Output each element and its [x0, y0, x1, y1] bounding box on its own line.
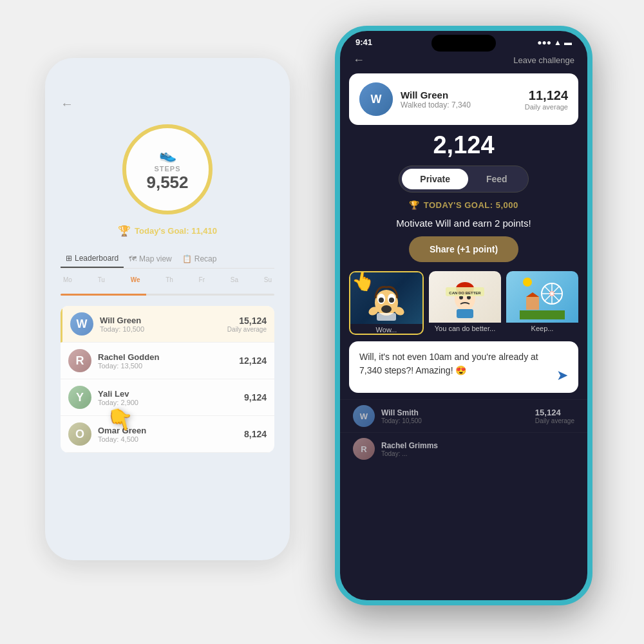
profile-card: W Will Green Walked today: 7,340 11,124 …: [349, 73, 578, 125]
lb-steps: 8,124: [244, 429, 267, 439]
lb-steps: 15,124: [227, 316, 267, 326]
trophy-icon-fg: 🏆: [409, 200, 420, 210]
goal-text-fg: TODAY'S GOAL: 5,000: [424, 200, 518, 210]
toggle-container: Private Feed: [340, 166, 587, 193]
leaderboard-icon: ⊞: [66, 254, 72, 263]
leave-challenge-button[interactable]: Leave challenge: [513, 55, 574, 65]
lb-steps: 15,124: [535, 408, 574, 417]
private-feed-toggle: Private Feed: [399, 166, 528, 193]
svg-point-3: [379, 298, 384, 303]
feed-toggle-button[interactable]: Feed: [468, 169, 526, 189]
private-toggle-button[interactable]: Private: [402, 169, 468, 189]
lb-today: Today: ...: [381, 450, 568, 457]
avatar: R: [353, 438, 375, 460]
week-selector: Mo Tu We Th Fr Sa Su: [61, 276, 274, 283]
wifi-icon: ▲: [554, 38, 562, 47]
main-scene: ← 👟 STEPS 9,552 🏆 Today's Goal: 11,410 ⊞…: [32, 26, 612, 618]
table-row[interactable]: O Omar Green Today: 4,500 8,124: [61, 416, 274, 453]
goal-text: Today's Goal: 11,410: [135, 226, 217, 236]
map-icon: 🗺: [129, 254, 137, 263]
profile-daily-steps: 11,124: [525, 88, 568, 103]
lb-steps: 12,124: [239, 355, 267, 366]
week-progress-line: [61, 294, 274, 296]
tab-leaderboard[interactable]: ⊞ Leaderboard: [61, 250, 124, 268]
foreground-phone: 9:41 ●●● ▲ ▬ ← Leave challenge W Will Gr…: [335, 26, 592, 605]
compose-area[interactable]: Will, it's not even 10am and you're alre…: [349, 341, 578, 393]
svg-point-4: [389, 298, 394, 303]
lb-avg: Daily average: [227, 326, 267, 333]
profile-name: Will Green: [401, 90, 517, 100]
profile-subtitle: Walked today: 7,340: [401, 100, 517, 109]
avatar: W: [70, 312, 93, 336]
lb-today: Today: 2,900: [98, 399, 238, 406]
gif-item-better[interactable]: CAN DO BETTER You can do better...: [429, 271, 501, 335]
day-fr[interactable]: Fr: [199, 276, 205, 283]
steps-label: STEPS: [154, 165, 180, 173]
gif-item-keep[interactable]: Keep...: [506, 271, 578, 335]
lb-today: Today: 10,500: [100, 325, 221, 333]
big-steps-number: 2,124: [340, 131, 587, 159]
goal-row: 🏆 TODAY'S GOAL: 5,000: [340, 200, 587, 210]
compose-text[interactable]: Will, it's not even 10am and you're alre…: [359, 350, 568, 377]
send-button[interactable]: ➤: [556, 367, 568, 384]
tab-map-view[interactable]: 🗺 Map view: [124, 250, 177, 268]
svg-rect-22: [520, 310, 565, 319]
lb-name: Yali Lev: [98, 389, 238, 399]
background-phone: ← 👟 STEPS 9,552 🏆 Today's Goal: 11,410 ⊞…: [45, 58, 290, 560]
gif-caption-wow: Wow...: [350, 326, 422, 334]
lb-steps: 9,124: [244, 392, 267, 402]
day-we[interactable]: We: [131, 276, 140, 283]
svg-point-25: [523, 278, 532, 287]
lb-avg: Daily average: [535, 417, 574, 424]
lb-name: Rachel Grimms: [381, 441, 568, 450]
svg-rect-23: [526, 297, 539, 310]
steps-circle: 👟 STEPS 9,552: [122, 124, 213, 214]
svg-marker-24: [526, 292, 539, 297]
nav-tabs: ⊞ Leaderboard 🗺 Map view 📋 Recap: [61, 250, 274, 269]
steps-number: 9,552: [146, 173, 188, 193]
motivate-text: Motivate Will and earn 2 points!: [340, 218, 587, 229]
table-row[interactable]: W Will Smith Today: 10,500 15,124 Daily …: [340, 399, 587, 432]
lb-name: Will Smith: [381, 408, 529, 417]
day-tu[interactable]: Tu: [98, 276, 105, 283]
day-mo[interactable]: Mo: [63, 276, 72, 283]
gif-caption-better: You can do better...: [429, 325, 501, 332]
dynamic-island: [431, 35, 496, 52]
avatar: R: [68, 349, 91, 372]
lb-today: Today: 13,500: [98, 362, 232, 370]
profile-avatar: W: [359, 82, 393, 116]
gif-thumbnail-keep: [506, 271, 578, 323]
battery-icon: ▬: [564, 38, 572, 47]
avatar: O: [68, 422, 91, 446]
steps-circle-container: 👟 STEPS 9,552: [61, 124, 274, 214]
gif-thumbnail-better: CAN DO BETTER: [429, 271, 501, 323]
bg-back-arrow[interactable]: ←: [61, 97, 274, 111]
svg-text:CAN DO BETTER: CAN DO BETTER: [449, 291, 481, 295]
signal-icon: ●●●: [537, 38, 551, 47]
leaderboard: W Will Green Today: 10,500 15,124 Daily …: [61, 306, 274, 453]
bottom-leaderboard: W Will Smith Today: 10,500 15,124 Daily …: [340, 399, 587, 465]
share-button[interactable]: Share (+1 point): [409, 236, 518, 262]
table-row[interactable]: R Rachel Grimms Today: ...: [340, 432, 587, 465]
table-row[interactable]: W Will Green Today: 10,500 15,124 Daily …: [61, 306, 274, 343]
table-row[interactable]: Y Yali Lev Today: 2,900 9,124: [61, 379, 274, 416]
gif-selector: 👆: [340, 271, 587, 335]
day-th[interactable]: Th: [166, 276, 173, 283]
svg-point-5: [381, 305, 392, 313]
back-button[interactable]: ←: [353, 53, 365, 67]
lb-name: Rachel Godden: [98, 352, 232, 362]
table-row[interactable]: R Rachel Godden Today: 13,500 12,124: [61, 343, 274, 379]
profile-steps-label: Daily average: [525, 103, 568, 111]
gif-caption-keep: Keep...: [506, 325, 578, 332]
tab-recap[interactable]: 📋 Recap: [177, 250, 222, 268]
day-su[interactable]: Su: [264, 276, 272, 283]
day-sa[interactable]: Sa: [231, 276, 238, 283]
shoe-icon: 👟: [159, 147, 176, 164]
svg-rect-13: [457, 309, 473, 318]
phone-header: ← Leave challenge: [340, 50, 587, 73]
lb-today: Today: 10,500: [381, 417, 529, 424]
gif-item-wow[interactable]: 👆: [349, 271, 424, 335]
lb-name: Will Green: [100, 316, 221, 325]
svg-rect-8: [377, 313, 396, 321]
recap-icon: 📋: [182, 254, 192, 263]
